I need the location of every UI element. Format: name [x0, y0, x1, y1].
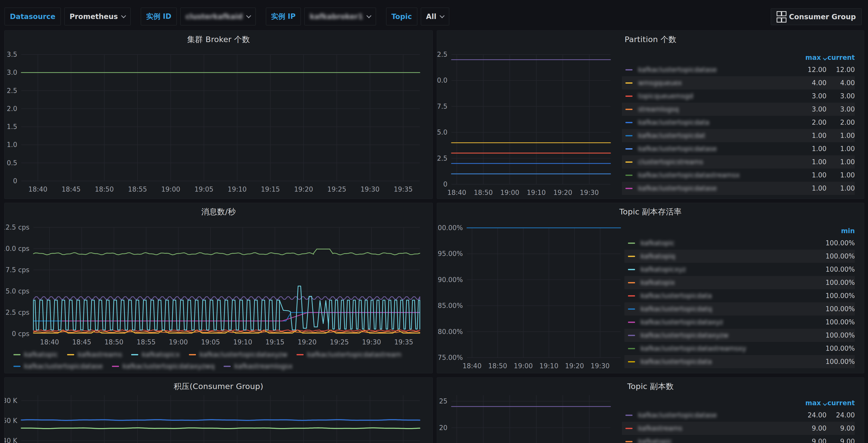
series-name[interactable]: kafkatopix [641, 279, 819, 286]
legend-sort-min[interactable]: min [819, 227, 855, 235]
legend-sort-max[interactable]: max [794, 399, 827, 407]
series-name[interactable]: kafkaclustertopicdataxyz [641, 318, 819, 326]
legend-item[interactable]: kafkaclustertopicdatase [13, 362, 103, 370]
legend-row[interactable]: kafkaclustertopicdataxyz100.00% [624, 316, 855, 329]
series-name[interactable]: streamlogsq [638, 106, 794, 113]
series-color-dash [625, 135, 632, 136]
series-value-max: 1.00 [794, 145, 827, 153]
legend-row[interactable]: kafkatopicxyz100.00% [624, 263, 855, 276]
chart-canvas-broker[interactable]: 00.51.01.52.02.53.03.518:4018:4518:5018:… [5, 31, 432, 199]
legend-row[interactable]: topicqueuemsgd3.003.00 [622, 89, 855, 102]
series-name[interactable]: kafkaclustertopicdata [641, 358, 819, 365]
svg-text:19:35: 19:35 [394, 338, 413, 346]
consumer-group-button[interactable]: Consumer Group [771, 8, 862, 25]
svg-text:7.5: 7.5 [437, 102, 447, 110]
legend-row[interactable]: kafkaclustertopicdat1.001.00 [622, 129, 855, 142]
legend-item[interactable]: kafkatopic [13, 351, 58, 358]
legend-row[interactable]: kafkaclustertopicdatase24.0024.00 [622, 409, 855, 422]
topic-dropdown[interactable]: All [421, 8, 450, 25]
svg-text:19:25: 19:25 [328, 185, 346, 193]
legend-row[interactable]: kafkastreams9.009.00 [622, 422, 855, 435]
series-name[interactable]: kafkaclustertopicdatase [638, 66, 794, 73]
legend-row[interactable]: kafkaclustertopicdatase1.001.00 [622, 182, 855, 195]
panel-title[interactable]: Topic 副本数 [437, 381, 864, 392]
legend-row[interactable]: kafkaclustertopicdatastreamsxy100.00% [624, 342, 855, 355]
legend-row[interactable]: kafkatopix100.00% [624, 276, 855, 289]
legend-row[interactable]: kafkaclustertopicdatastreamsx1.001.00 [622, 169, 855, 182]
legend-sort-current[interactable]: current [827, 399, 855, 407]
legend-row[interactable]: clustertopicstreams1.001.00 [622, 155, 855, 169]
legend-row[interactable]: kafkatopic100.00% [624, 236, 855, 249]
svg-text:3.0: 3.0 [7, 69, 17, 76]
datasource-dropdown[interactable]: Prometheus [64, 8, 131, 25]
panel-title[interactable]: 积压(Consumer Group) [5, 381, 432, 392]
series-color-dash [131, 354, 138, 355]
legend-row[interactable]: kafkatopic9.009.00 [622, 435, 855, 443]
legend-row[interactable]: kafkaclustertopicdatq100.00% [624, 302, 855, 316]
series-name[interactable]: kafkatopiq [641, 253, 819, 260]
legend-item[interactable]: kafkaclustertopicdataxyzw [189, 351, 287, 358]
series-value-max: 3.00 [794, 92, 827, 100]
series-name: kafkatopicx [142, 351, 180, 358]
series-color-dash [13, 366, 21, 367]
chart-canvas-msgrate[interactable]: 0 cps2.5 cps5.0 cps7.5 cps10.0 cps12.5 c… [5, 203, 432, 373]
panel-title[interactable]: 集群 Broker 个数 [5, 34, 432, 45]
legend-sort-current[interactable]: current [827, 54, 855, 61]
legend-row[interactable]: kafkaclustertopicdataxyzw100.00% [624, 329, 855, 342]
series-name[interactable]: kafkaclustertopicdatase [638, 184, 794, 192]
legend-item[interactable]: kafkaclustertopicdatastream [297, 351, 401, 358]
legend-row[interactable]: kafkaclustertopicdatase1.001.00 [622, 142, 855, 155]
legend-item[interactable]: kafkastreams [67, 351, 122, 358]
series-name[interactable]: kafkastreams [638, 424, 794, 432]
series-name[interactable]: kafkaclustertopicdata [641, 292, 819, 300]
series-value-min: 100.00% [819, 358, 855, 365]
legend-item[interactable]: kafkastreamlogsx [224, 362, 292, 370]
legend-row[interactable]: kafkaclustertopicdatase12.0012.00 [622, 63, 855, 76]
series-name[interactable]: wmsgqueuex [638, 79, 794, 87]
series-name[interactable]: kafkatopicxyz [641, 266, 819, 273]
svg-text:18:50: 18:50 [95, 185, 114, 193]
panel-title[interactable]: Partition 个数 [437, 34, 864, 45]
svg-text:18:40: 18:40 [40, 338, 59, 346]
legend-row[interactable]: kafkaclustertopicdata2.002.00 [622, 116, 855, 129]
series-name[interactable]: kafkatopic [641, 239, 819, 247]
panel-title[interactable]: Topic 副本存活率 [437, 207, 864, 217]
svg-text:5.0 cps: 5.0 cps [6, 287, 29, 295]
series-name[interactable]: clustertopicstreams [638, 158, 794, 166]
series-name[interactable]: kafkaclustertopicdat [638, 132, 794, 139]
topic-value: All [426, 12, 437, 21]
series-name[interactable]: kafkaclustertopicdatastreamsx [638, 171, 794, 179]
series-color-dash [625, 122, 632, 123]
series-name[interactable]: kafkaclustertopicdatase [638, 145, 794, 153]
svg-text:19:30: 19:30 [362, 338, 381, 346]
panel-replica-count: 2025 Topic 副本数 max current kafkaclustert… [437, 377, 864, 443]
instance-ip-dropdown[interactable]: kafkabroker1 [304, 8, 376, 25]
legend-item[interactable]: kafkatopicx [131, 351, 180, 358]
series-name[interactable]: kafkatopic [638, 438, 794, 443]
series-name[interactable]: kafkaclustertopicdatase [638, 411, 794, 419]
series-name[interactable]: kafkaclustertopicdatastreamsxy [641, 345, 819, 352]
count-legend: max current kafkaclustertopicdatase24.00… [622, 397, 855, 443]
legend-row[interactable]: wmsgqueuex4.004.00 [622, 76, 855, 89]
series-value-max: 12.00 [794, 66, 827, 73]
grid-icon [777, 11, 785, 23]
instance-id-dropdown[interactable]: clusterkafkaid [180, 8, 256, 25]
series-name[interactable]: kafkaclustertopicdataxyzw [641, 331, 819, 339]
legend-row[interactable]: kafkaclustertopicdata100.00% [624, 289, 855, 302]
series-name[interactable]: kafkaclustertopicdata [638, 119, 794, 126]
legend-header: max current [622, 397, 855, 409]
series-value-cur: 1.00 [827, 184, 855, 192]
legend-row[interactable]: kafkaclustertopicdata100.00% [624, 355, 855, 368]
legend-item[interactable]: kafkaclustertopicdataxyzwq [112, 362, 215, 370]
svg-text:19:25: 19:25 [330, 338, 349, 346]
series-name[interactable]: kafkaclustertopicdatq [641, 305, 819, 313]
series-name[interactable]: topicqueuemsgd [638, 92, 794, 100]
series-name: kafkastreamlogsx [234, 362, 292, 370]
series-value-cur: 3.00 [827, 92, 855, 100]
legend-sort-max[interactable]: max [794, 54, 827, 61]
legend-row[interactable]: streamlogsq3.003.00 [622, 102, 855, 116]
svg-text:2.5 cps: 2.5 cps [6, 309, 29, 316]
panel-title[interactable]: 消息数/秒 [5, 207, 432, 217]
legend-row[interactable]: kafkatopiq100.00% [624, 249, 855, 263]
series-value-cur: 1.00 [827, 132, 855, 139]
